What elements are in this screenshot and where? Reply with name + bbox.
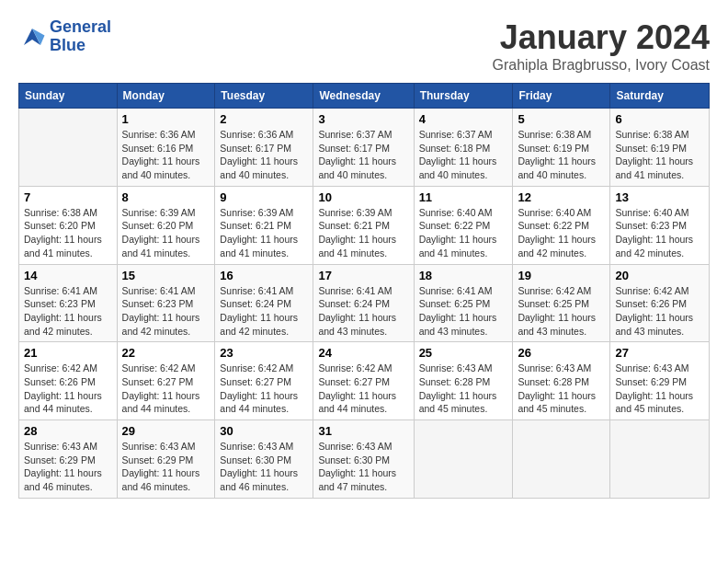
day-number: 9: [220, 190, 308, 204]
calendar-cell: 3Sunrise: 6:37 AMSunset: 6:17 PMDaylight…: [313, 109, 414, 187]
day-number: 26: [518, 346, 605, 360]
calendar-week-row: 7Sunrise: 6:38 AMSunset: 6:20 PMDaylight…: [19, 186, 710, 264]
month-title: January 2024: [492, 18, 710, 57]
day-number: 3: [318, 112, 408, 126]
day-number: 5: [518, 112, 605, 126]
calendar-cell: 25Sunrise: 6:43 AMSunset: 6:28 PMDayligh…: [414, 342, 513, 420]
day-number: 16: [220, 269, 308, 282]
day-info: Sunrise: 6:36 AMSunset: 6:16 PMDaylight:…: [122, 128, 210, 182]
day-info: Sunrise: 6:43 AMSunset: 6:30 PMDaylight:…: [220, 440, 308, 494]
calendar-cell: 29Sunrise: 6:43 AMSunset: 6:29 PMDayligh…: [117, 420, 215, 499]
day-info: Sunrise: 6:39 AMSunset: 6:21 PMDaylight:…: [220, 206, 308, 260]
calendar-cell: 30Sunrise: 6:43 AMSunset: 6:30 PMDayligh…: [215, 420, 313, 499]
day-info: Sunrise: 6:41 AMSunset: 6:23 PMDaylight:…: [122, 284, 210, 339]
calendar-week-row: 21Sunrise: 6:42 AMSunset: 6:26 PMDayligh…: [19, 342, 710, 420]
logo-text: General Blue: [50, 18, 111, 55]
calendar-cell: 8Sunrise: 6:39 AMSunset: 6:20 PMDaylight…: [117, 186, 215, 264]
day-info: Sunrise: 6:38 AMSunset: 6:19 PMDaylight:…: [518, 128, 605, 182]
weekday-header: Wednesday: [313, 84, 414, 109]
day-number: 25: [419, 346, 508, 360]
day-number: 11: [419, 190, 508, 204]
page-header: General Blue January 2024 Grahipla Bragb…: [18, 18, 710, 74]
calendar-cell: 15Sunrise: 6:41 AMSunset: 6:23 PMDayligh…: [117, 264, 215, 342]
calendar-cell: 19Sunrise: 6:42 AMSunset: 6:25 PMDayligh…: [513, 264, 610, 342]
calendar-cell: 18Sunrise: 6:41 AMSunset: 6:25 PMDayligh…: [414, 264, 513, 342]
day-number: 10: [318, 190, 408, 204]
day-number: 8: [122, 190, 210, 204]
calendar-cell: 7Sunrise: 6:38 AMSunset: 6:20 PMDaylight…: [19, 186, 118, 264]
calendar-cell: 10Sunrise: 6:39 AMSunset: 6:21 PMDayligh…: [313, 186, 414, 264]
calendar-cell: 11Sunrise: 6:40 AMSunset: 6:22 PMDayligh…: [414, 186, 513, 264]
day-info: Sunrise: 6:41 AMSunset: 6:25 PMDaylight:…: [419, 284, 508, 339]
calendar-cell: 6Sunrise: 6:38 AMSunset: 6:19 PMDaylight…: [610, 109, 710, 187]
calendar-cell: 27Sunrise: 6:43 AMSunset: 6:29 PMDayligh…: [610, 342, 710, 420]
logo-line1: General: [50, 18, 111, 37]
day-info: Sunrise: 6:37 AMSunset: 6:18 PMDaylight:…: [419, 128, 508, 182]
day-number: 20: [615, 269, 704, 282]
day-number: 14: [24, 269, 112, 282]
day-info: Sunrise: 6:41 AMSunset: 6:24 PMDaylight:…: [318, 284, 408, 339]
calendar-cell: 5Sunrise: 6:38 AMSunset: 6:19 PMDaylight…: [513, 109, 610, 187]
day-number: 15: [122, 269, 210, 282]
day-number: 1: [122, 112, 210, 126]
day-info: Sunrise: 6:38 AMSunset: 6:19 PMDaylight:…: [615, 128, 704, 182]
calendar-cell: 26Sunrise: 6:43 AMSunset: 6:28 PMDayligh…: [513, 342, 610, 420]
calendar-cell: 1Sunrise: 6:36 AMSunset: 6:16 PMDaylight…: [117, 109, 215, 187]
calendar-cell: 9Sunrise: 6:39 AMSunset: 6:21 PMDaylight…: [215, 186, 313, 264]
day-info: Sunrise: 6:42 AMSunset: 6:27 PMDaylight:…: [122, 362, 210, 416]
day-info: Sunrise: 6:42 AMSunset: 6:26 PMDaylight:…: [615, 284, 704, 339]
calendar-cell: 4Sunrise: 6:37 AMSunset: 6:18 PMDaylight…: [414, 109, 513, 187]
day-number: 17: [318, 269, 408, 282]
weekday-header: Friday: [513, 84, 610, 109]
logo-line2: Blue: [50, 37, 111, 55]
day-info: Sunrise: 6:42 AMSunset: 6:27 PMDaylight:…: [318, 362, 408, 416]
title-block: January 2024 Grahipla Bragbrusso, Ivory …: [492, 18, 710, 74]
day-info: Sunrise: 6:39 AMSunset: 6:20 PMDaylight:…: [122, 206, 210, 260]
calendar-cell: 31Sunrise: 6:43 AMSunset: 6:30 PMDayligh…: [313, 420, 414, 499]
day-number: 4: [419, 112, 508, 126]
location-subtitle: Grahipla Bragbrusso, Ivory Coast: [492, 57, 710, 74]
day-info: Sunrise: 6:41 AMSunset: 6:23 PMDaylight:…: [24, 284, 112, 339]
day-info: Sunrise: 6:40 AMSunset: 6:22 PMDaylight:…: [419, 206, 508, 260]
calendar-cell: [610, 420, 710, 499]
day-number: 2: [220, 112, 308, 126]
day-number: 31: [318, 424, 408, 438]
day-number: 23: [220, 346, 308, 360]
day-number: 27: [615, 346, 704, 360]
logo: General Blue: [18, 18, 111, 55]
day-number: 19: [518, 269, 605, 282]
day-number: 6: [615, 112, 704, 126]
day-info: Sunrise: 6:40 AMSunset: 6:22 PMDaylight:…: [518, 206, 605, 260]
calendar-cell: 24Sunrise: 6:42 AMSunset: 6:27 PMDayligh…: [313, 342, 414, 420]
day-info: Sunrise: 6:42 AMSunset: 6:25 PMDaylight:…: [518, 284, 605, 339]
day-info: Sunrise: 6:41 AMSunset: 6:24 PMDaylight:…: [220, 284, 308, 339]
day-number: 21: [24, 346, 112, 360]
day-number: 12: [518, 190, 605, 204]
day-info: Sunrise: 6:42 AMSunset: 6:26 PMDaylight:…: [24, 362, 112, 416]
calendar-cell: [414, 420, 513, 499]
calendar-cell: 2Sunrise: 6:36 AMSunset: 6:17 PMDaylight…: [215, 109, 313, 187]
calendar-cell: 12Sunrise: 6:40 AMSunset: 6:22 PMDayligh…: [513, 186, 610, 264]
calendar-week-row: 1Sunrise: 6:36 AMSunset: 6:16 PMDaylight…: [19, 109, 710, 187]
day-info: Sunrise: 6:37 AMSunset: 6:17 PMDaylight:…: [318, 128, 408, 182]
day-number: 18: [419, 269, 508, 282]
day-number: 29: [122, 424, 210, 438]
calendar-cell: [19, 109, 118, 187]
day-info: Sunrise: 6:43 AMSunset: 6:28 PMDaylight:…: [518, 362, 605, 416]
calendar-cell: 13Sunrise: 6:40 AMSunset: 6:23 PMDayligh…: [610, 186, 710, 264]
day-info: Sunrise: 6:36 AMSunset: 6:17 PMDaylight:…: [220, 128, 308, 182]
day-info: Sunrise: 6:38 AMSunset: 6:20 PMDaylight:…: [24, 206, 112, 260]
weekday-header: Tuesday: [215, 84, 313, 109]
day-info: Sunrise: 6:40 AMSunset: 6:23 PMDaylight:…: [615, 206, 704, 260]
weekday-header: Sunday: [19, 84, 118, 109]
logo-icon: [18, 23, 46, 51]
calendar-cell: [513, 420, 610, 499]
day-info: Sunrise: 6:43 AMSunset: 6:29 PMDaylight:…: [24, 440, 112, 494]
day-number: 28: [24, 424, 112, 438]
calendar-week-row: 14Sunrise: 6:41 AMSunset: 6:23 PMDayligh…: [19, 264, 710, 342]
calendar-table: SundayMondayTuesdayWednesdayThursdayFrid…: [18, 83, 710, 499]
calendar-header-row: SundayMondayTuesdayWednesdayThursdayFrid…: [19, 84, 710, 109]
calendar-cell: 17Sunrise: 6:41 AMSunset: 6:24 PMDayligh…: [313, 264, 414, 342]
day-info: Sunrise: 6:43 AMSunset: 6:28 PMDaylight:…: [419, 362, 508, 416]
calendar-cell: 22Sunrise: 6:42 AMSunset: 6:27 PMDayligh…: [117, 342, 215, 420]
